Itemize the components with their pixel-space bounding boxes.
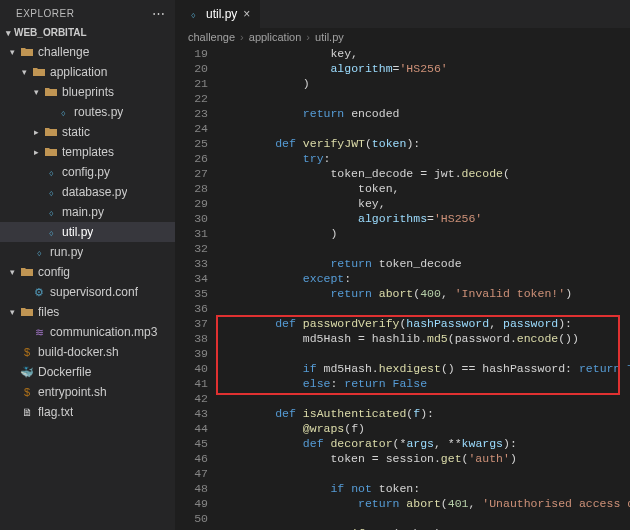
line-content: key, bbox=[220, 196, 630, 211]
folder-icon bbox=[32, 67, 46, 77]
line-content: if md5Hash.hexdigest() == hashPassword: … bbox=[220, 361, 630, 376]
line-content: except: bbox=[220, 271, 630, 286]
code-line[interactable]: 24 bbox=[176, 121, 630, 136]
line-number: 45 bbox=[176, 436, 220, 451]
code-line[interactable]: 43 def isAuthenticated(f): bbox=[176, 406, 630, 421]
breadcrumb-item[interactable]: util.py bbox=[315, 31, 344, 43]
tab-util-py[interactable]: ⬨ util.py × bbox=[176, 0, 261, 28]
folder-config[interactable]: ▾config bbox=[0, 262, 175, 282]
code-editor[interactable]: 19 key,20 algorithm='HS256'21 )2223 retu… bbox=[176, 46, 630, 530]
line-number: 37 bbox=[176, 316, 220, 331]
explorer-root[interactable]: ▾ WEB_ORBITAL bbox=[0, 25, 175, 42]
code-line[interactable]: 23 return encoded bbox=[176, 106, 630, 121]
code-line[interactable]: 27 token_decode = jwt.decode( bbox=[176, 166, 630, 181]
code-line[interactable]: 35 return abort(400, 'Invalid token!') bbox=[176, 286, 630, 301]
code-line[interactable]: 48 if not token: bbox=[176, 481, 630, 496]
code-line[interactable]: 41 else: return False bbox=[176, 376, 630, 391]
code-line[interactable]: 34 except: bbox=[176, 271, 630, 286]
code-line[interactable]: 25 def verifyJWT(token): bbox=[176, 136, 630, 151]
code-line[interactable]: 31 ) bbox=[176, 226, 630, 241]
file-icon: ≋ bbox=[32, 326, 46, 339]
tree-item-label: main.py bbox=[62, 205, 104, 219]
tree-item-label: communication.mp3 bbox=[50, 325, 157, 339]
root-label: WEB_ORBITAL bbox=[14, 27, 87, 38]
file-build-docker[interactable]: $build-docker.sh bbox=[0, 342, 175, 362]
code-line[interactable]: 50 bbox=[176, 511, 630, 526]
code-line[interactable]: 30 algorithms='HS256' bbox=[176, 211, 630, 226]
code-line[interactable]: 32 bbox=[176, 241, 630, 256]
line-content bbox=[220, 121, 630, 136]
code-line[interactable]: 42 bbox=[176, 391, 630, 406]
folder-static[interactable]: ▸static bbox=[0, 122, 175, 142]
folder-blueprints[interactable]: ▾blueprints bbox=[0, 82, 175, 102]
tree-item-label: config.py bbox=[62, 165, 110, 179]
code-line[interactable]: 26 try: bbox=[176, 151, 630, 166]
chevron-down-icon: ▾ bbox=[4, 28, 12, 38]
file-util-py[interactable]: ⬨util.py bbox=[0, 222, 175, 242]
line-content: try: bbox=[220, 151, 630, 166]
breadcrumb-item[interactable]: challenge bbox=[188, 31, 235, 43]
code-line[interactable]: 40 if md5Hash.hexdigest() == hashPasswor… bbox=[176, 361, 630, 376]
file-communication[interactable]: ≋communication.mp3 bbox=[0, 322, 175, 342]
tree-item-label: flag.txt bbox=[38, 405, 73, 419]
file-dockerfile[interactable]: 🐳Dockerfile bbox=[0, 362, 175, 382]
line-number: 36 bbox=[176, 301, 220, 316]
breadcrumb[interactable]: challenge›application›util.py bbox=[176, 28, 630, 46]
line-number: 42 bbox=[176, 391, 220, 406]
file-run-py[interactable]: ⬨run.py bbox=[0, 242, 175, 262]
line-content bbox=[220, 391, 630, 406]
line-content: ) bbox=[220, 76, 630, 91]
line-number: 51 bbox=[176, 526, 220, 530]
file-icon: ⬨ bbox=[32, 246, 46, 258]
line-content: def passwordVerify(hashPassword, passwor… bbox=[220, 316, 630, 331]
code-line[interactable]: 36 bbox=[176, 301, 630, 316]
code-line[interactable]: 19 key, bbox=[176, 46, 630, 61]
code-line[interactable]: 51 verifyJWT(token) bbox=[176, 526, 630, 530]
code-line[interactable]: 20 algorithm='HS256' bbox=[176, 61, 630, 76]
explorer-more-icon[interactable]: ⋯ bbox=[152, 6, 166, 21]
code-line[interactable]: 47 bbox=[176, 466, 630, 481]
folder-files[interactable]: ▾files bbox=[0, 302, 175, 322]
chevron-icon: ▾ bbox=[32, 87, 40, 97]
tree-item-label: build-docker.sh bbox=[38, 345, 119, 359]
line-number: 50 bbox=[176, 511, 220, 526]
file-flag[interactable]: 🗎flag.txt bbox=[0, 402, 175, 422]
line-number: 40 bbox=[176, 361, 220, 376]
line-content bbox=[220, 346, 630, 361]
code-line[interactable]: 29 key, bbox=[176, 196, 630, 211]
tree-item-label: files bbox=[38, 305, 59, 319]
folder-icon bbox=[20, 267, 34, 277]
code-line[interactable]: 37 def passwordVerify(hashPassword, pass… bbox=[176, 316, 630, 331]
folder-application[interactable]: ▾application bbox=[0, 62, 175, 82]
line-number: 19 bbox=[176, 46, 220, 61]
code-line[interactable]: 44 @wraps(f) bbox=[176, 421, 630, 436]
code-line[interactable]: 28 token, bbox=[176, 181, 630, 196]
code-line[interactable]: 46 token = session.get('auth') bbox=[176, 451, 630, 466]
file-supervisord[interactable]: ⚙supervisord.conf bbox=[0, 282, 175, 302]
line-number: 32 bbox=[176, 241, 220, 256]
line-number: 28 bbox=[176, 181, 220, 196]
code-line[interactable]: 45 def decorator(*args, **kwargs): bbox=[176, 436, 630, 451]
file-main-py[interactable]: ⬨main.py bbox=[0, 202, 175, 222]
breadcrumb-item[interactable]: application bbox=[249, 31, 302, 43]
file-entrypoint[interactable]: $entrypoint.sh bbox=[0, 382, 175, 402]
folder-templates[interactable]: ▸templates bbox=[0, 142, 175, 162]
line-content bbox=[220, 466, 630, 481]
file-config-py[interactable]: ⬨config.py bbox=[0, 162, 175, 182]
line-number: 29 bbox=[176, 196, 220, 211]
file-database-py[interactable]: ⬨database.py bbox=[0, 182, 175, 202]
file-routes-py[interactable]: ⬨routes.py bbox=[0, 102, 175, 122]
file-icon: 🗎 bbox=[20, 406, 34, 418]
chevron-icon: ▸ bbox=[32, 147, 40, 157]
code-line[interactable]: 33 return token_decode bbox=[176, 256, 630, 271]
code-line[interactable]: 38 md5Hash = hashlib.md5(password.encode… bbox=[176, 331, 630, 346]
code-line[interactable]: 39 bbox=[176, 346, 630, 361]
folder-icon bbox=[44, 147, 58, 157]
line-content: def verifyJWT(token): bbox=[220, 136, 630, 151]
code-line[interactable]: 22 bbox=[176, 91, 630, 106]
folder-challenge[interactable]: ▾challenge bbox=[0, 42, 175, 62]
file-icon: ⬨ bbox=[44, 226, 58, 238]
code-line[interactable]: 21 ) bbox=[176, 76, 630, 91]
code-line[interactable]: 49 return abort(401, 'Unauthorised acces… bbox=[176, 496, 630, 511]
close-icon[interactable]: × bbox=[243, 7, 250, 21]
